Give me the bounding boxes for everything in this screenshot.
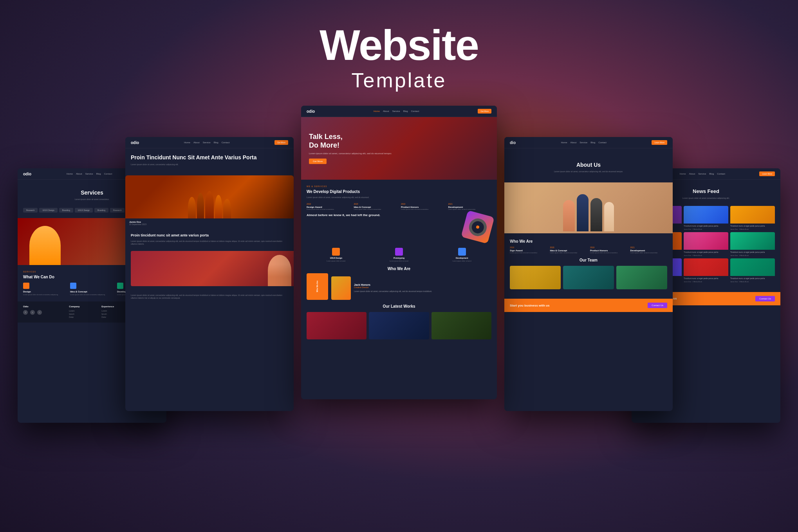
left-center-nav: odio Home About Service Blog Contact Get… bbox=[125, 137, 294, 148]
features-row: UI/UX Design Lorem ipsum dolor sit amet … bbox=[307, 248, 491, 262]
nav-link: Contact bbox=[104, 173, 112, 175]
right-center-mockup: dio Home About Service Blog Contact Lear… bbox=[504, 137, 673, 411]
person-info: Jack Honors Creative Director Lorem ipsu… bbox=[354, 283, 432, 293]
footer-company-col: Company Lorem Ipsum Dolor bbox=[69, 305, 96, 319]
news-item-text: Tincidunt nunc ut eget pede purus porta bbox=[730, 277, 775, 280]
cta-button[interactable]: Contact Us bbox=[648, 303, 667, 308]
news-item-text: Tincidunt nunc ut eget pede purus porta bbox=[684, 277, 728, 280]
social-fb[interactable]: f bbox=[23, 310, 28, 315]
latest-works-heading: Our Latest Works bbox=[307, 304, 491, 309]
footer-col-item: Dolor bbox=[101, 316, 128, 319]
person-role: Creative Director bbox=[354, 286, 432, 289]
who-col-2: 2020 Idea & Concept Lorem ipsum dolor si… bbox=[550, 246, 587, 254]
extra-text: Lorem ipsum dolor sit amet, consectetur … bbox=[131, 294, 288, 299]
work-1 bbox=[307, 312, 367, 339]
footer-experience-col: Experience Lorem Ipsum Dolor bbox=[101, 305, 128, 319]
mockups-container: odio Home About Service Blog Contact Get… bbox=[0, 106, 798, 532]
who-col-4: 2021 Development Lorem ipsum dolor sit a… bbox=[630, 246, 668, 254]
left-center-mockup: odio Home About Service Blog Contact Get… bbox=[125, 137, 294, 411]
tag-item: UI/UX Design bbox=[39, 208, 57, 213]
who-box-text: Who We Are bbox=[316, 281, 319, 292]
instagram-icon: i bbox=[39, 311, 40, 314]
who-left-box: Who We Are Jack Honors Creative Director… bbox=[307, 273, 491, 300]
figure-1 bbox=[563, 200, 575, 231]
footer-logo: Odio bbox=[23, 305, 63, 308]
dev-icon bbox=[117, 283, 123, 289]
nav-link: About bbox=[193, 141, 200, 144]
hero-line2: Do More! bbox=[309, 141, 489, 150]
left-center-nav-btn[interactable]: Get More bbox=[274, 140, 288, 145]
social-tw[interactable]: t bbox=[30, 310, 35, 315]
twitter-icon: t bbox=[32, 311, 33, 314]
nav-link: About bbox=[571, 141, 577, 144]
footer-col-heading: Experience bbox=[101, 305, 128, 308]
right-center-logo: dio bbox=[510, 141, 516, 145]
center-nav-btn[interactable]: Get More bbox=[478, 109, 491, 114]
nav-link: About bbox=[76, 173, 82, 175]
right-center-nav-btn[interactable]: Learn More bbox=[652, 140, 667, 145]
footer-col-item: Dolor bbox=[69, 316, 96, 319]
design-icon bbox=[23, 283, 29, 289]
social-ig[interactable]: i bbox=[37, 310, 42, 315]
footer-brand: Odio f t i bbox=[23, 305, 63, 319]
idea-icon bbox=[70, 283, 76, 289]
footer-col-item: Lorem bbox=[69, 309, 96, 312]
stat-year: 2019 bbox=[307, 203, 350, 205]
hero-button[interactable]: Get More bbox=[309, 159, 327, 164]
nav-link: Service bbox=[203, 141, 211, 144]
stat-dev: 2021 Development Lorem ipsum dolor sit a… bbox=[448, 203, 492, 210]
news-item-text: Tincidunt nunc ut eget pede purus porta bbox=[684, 251, 728, 254]
nav-link: Service bbox=[392, 110, 400, 112]
our-team-heading: Our Team bbox=[510, 258, 667, 263]
section1-heading: We Develop Digital Products bbox=[307, 189, 491, 194]
who-item-year: 2019 bbox=[590, 246, 627, 249]
blog-image bbox=[131, 251, 294, 286]
figure-4 bbox=[604, 202, 614, 231]
news-img-6 bbox=[730, 232, 775, 250]
far-right-nav-btn[interactable]: Learn More bbox=[759, 171, 775, 176]
party-person-4 bbox=[215, 195, 222, 218]
center-nav-links: Home About Service Blog Contact bbox=[374, 110, 419, 112]
stat-desc: Lorem ipsum dolor sit amet consectetur bbox=[307, 208, 350, 210]
stat-idea: 2020 Idea & Concept Lorem ipsum dolor si… bbox=[354, 203, 397, 210]
party-photo-caption: Jamie Doe 23 September 2023 bbox=[125, 218, 294, 228]
news-img-5 bbox=[684, 232, 728, 250]
news-author: Jamie Doe · 3 Media Book bbox=[684, 254, 728, 256]
feature-dev: Development Lorem ipsum dolor sit amet bbox=[432, 248, 491, 262]
center-hero: Talk Less, Do More! Lorem ipsum dolor si… bbox=[301, 117, 497, 180]
what-item-desc: Lorem ipsum dolor sit amet consectetur a… bbox=[23, 294, 67, 296]
feature-desc: Lorem ipsum dolor sit amet bbox=[307, 260, 366, 262]
news-author: Jamie Doe · 3 Media Book bbox=[730, 281, 775, 283]
about-us-heading: About Us bbox=[510, 162, 667, 168]
nav-link: Service bbox=[698, 173, 706, 175]
what-item-idea: Idea & Concept Lorem ipsum dolor sit ame… bbox=[70, 283, 114, 296]
stat-desc: Lorem ipsum dolor sit amet consectetur bbox=[448, 208, 492, 210]
news-img-3 bbox=[730, 206, 775, 224]
news-author: Jamie Doe · 3 Media Book bbox=[684, 228, 728, 230]
proto-icon bbox=[395, 248, 403, 256]
news-item-text: Tincidunt nunc ut eget pede purus porta bbox=[684, 225, 728, 227]
footer-social: f t i bbox=[23, 310, 63, 315]
far-right-cta-button[interactable]: Contact Us bbox=[755, 296, 775, 301]
right-who-items: 2019 Sign Award Lorem ipsum dolor sit am… bbox=[510, 246, 667, 254]
person-photo bbox=[331, 276, 351, 300]
party-scene bbox=[125, 191, 294, 218]
footer-col-item: Ipsum bbox=[69, 312, 96, 316]
hero-line1: Talk Less, bbox=[309, 133, 489, 141]
stats-row: 2019 Design Award Lorem ipsum dolor sit … bbox=[307, 203, 491, 210]
person-card: Jack Honors Creative Director Lorem ipsu… bbox=[331, 276, 432, 300]
post-heading: Proin tincidunt nunc sit amet ante variu… bbox=[131, 233, 288, 238]
nav-link: Blog bbox=[709, 173, 714, 175]
who-heading: Who We Are bbox=[307, 266, 491, 271]
right-center-nav: dio Home About Service Blog Contact Lear… bbox=[504, 137, 673, 148]
section1-desc: Lorem ipsum dolor sit amet, consectetur … bbox=[307, 196, 491, 199]
main-title: Website bbox=[0, 23, 798, 67]
ux-icon bbox=[332, 248, 340, 256]
feature-title: UI/UX Design bbox=[307, 257, 366, 259]
nav-link-active: Home bbox=[374, 110, 380, 112]
far-left-logo: odio bbox=[23, 172, 31, 176]
blog-person-figure bbox=[268, 255, 291, 286]
far-left-nav-links: Home About Service Blog Contact bbox=[67, 173, 112, 175]
dj-disc bbox=[467, 216, 488, 238]
dj-center-dot bbox=[476, 225, 480, 229]
